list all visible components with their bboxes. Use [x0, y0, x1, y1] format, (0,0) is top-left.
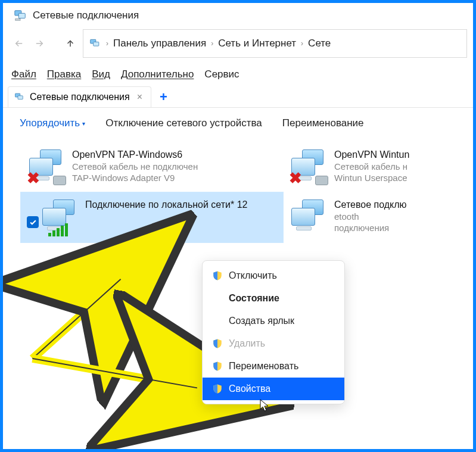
nav-forward-button[interactable]	[32, 36, 47, 51]
network-disconnected-icon: ✖	[289, 148, 327, 186]
network-connected-icon	[40, 198, 78, 236]
disable-device-button[interactable]: Отключение сетевого устройства	[105, 117, 262, 129]
toolbar: Упорядочить ▾ Отключение сетевого устрой…	[3, 108, 473, 139]
tab-icon	[14, 92, 25, 102]
connection-item[interactable]: Сетевое подклю etooth подключения	[283, 192, 438, 242]
svg-rect-6	[18, 96, 23, 99]
tab-label: Сетевые подключения	[30, 92, 130, 102]
menu-service[interactable]: Сервис	[204, 68, 239, 80]
ctx-delete[interactable]: Удалить	[203, 332, 344, 355]
connection-adapter: подключения	[334, 223, 407, 233]
ctx-label: Удалить	[229, 338, 265, 349]
menu-view[interactable]: Вид	[92, 68, 110, 80]
titlebar: Сетевые подключения	[3, 3, 473, 26]
context-menu: Отключить Состояние Создать ярлык Удалит…	[202, 260, 345, 404]
address-icon	[89, 38, 101, 49]
connection-status: etooth	[334, 211, 407, 222]
menubar: Файл Правка Вид Дополнительно Сервис	[3, 58, 473, 86]
ctx-label: Переименовать	[229, 361, 298, 372]
window-title: Сетевые подключения	[33, 10, 139, 21]
app-icon	[14, 9, 27, 22]
ctx-properties[interactable]: Свойства	[203, 378, 344, 400]
connection-status: Сетевой кабель н	[334, 161, 409, 172]
breadcrumb-seg-2[interactable]: Сете	[308, 38, 331, 49]
shield-icon	[212, 361, 223, 372]
connection-item-selected[interactable]: Подключение по локальной сети* 12	[21, 192, 283, 242]
connection-item[interactable]: ✖ OpenVPN Wintun Сетевой кабель н Wintun…	[283, 142, 438, 192]
connections-grid: ✖ OpenVPN TAP-Windows6 Сетевой кабель не…	[3, 139, 473, 242]
connection-status: Сетевой кабель не подключен	[72, 161, 198, 172]
menu-edit[interactable]: Правка	[47, 68, 81, 80]
tabstrip: Сетевые подключения × +	[3, 86, 473, 108]
nav-row: › Панель управления › Сеть и Интернет › …	[3, 26, 473, 58]
rename-button[interactable]: Переименование	[282, 117, 364, 129]
ctx-label: Создать ярлык	[229, 316, 294, 326]
ctx-label: Свойства	[229, 384, 270, 394]
svg-rect-1	[18, 13, 25, 18]
nav-back-button[interactable]	[11, 36, 27, 51]
breadcrumb-seg-0[interactable]: Панель управления	[113, 38, 206, 49]
connection-name: Сетевое подклю	[334, 199, 407, 210]
network-disconnected-icon: ✖	[27, 148, 65, 186]
connection-adapter: Wintun Userspace	[334, 173, 409, 183]
tab-network-connections[interactable]: Сетевые подключения ×	[8, 86, 151, 107]
ctx-label: Отключить	[229, 270, 277, 281]
ctx-label: Состояние	[229, 293, 279, 304]
shield-icon	[212, 338, 223, 349]
connection-name: OpenVPN Wintun	[334, 149, 409, 160]
chevron-right-icon: ›	[106, 39, 108, 48]
svg-rect-4	[94, 42, 99, 46]
cursor-icon	[259, 398, 271, 415]
svg-rect-2	[15, 19, 20, 21]
organize-button[interactable]: Упорядочить ▾	[20, 117, 85, 129]
dropdown-caret-icon: ▾	[82, 120, 85, 127]
connection-name: Подключение по локальной сети* 12	[85, 199, 247, 210]
chevron-right-icon: ›	[301, 39, 303, 48]
breadcrumb-seg-1[interactable]: Сеть и Интернет	[218, 38, 296, 49]
shield-icon	[212, 384, 223, 394]
ctx-disable[interactable]: Отключить	[203, 264, 344, 287]
tab-close-button[interactable]: ×	[135, 92, 145, 102]
ctx-status[interactable]: Состояние	[203, 287, 344, 310]
connection-item[interactable]: ✖ OpenVPN TAP-Windows6 Сетевой кабель не…	[21, 142, 283, 192]
ctx-rename[interactable]: Переименовать	[203, 355, 344, 378]
menu-file[interactable]: Файл	[11, 68, 36, 80]
selection-check-icon	[27, 216, 39, 228]
address-bar[interactable]: › Панель управления › Сеть и Интернет › …	[83, 29, 467, 58]
nav-up-button[interactable]	[63, 36, 78, 51]
menu-extra[interactable]: Дополнительно	[121, 68, 194, 80]
chevron-right-icon: ›	[211, 39, 213, 48]
shield-icon	[212, 270, 223, 281]
new-tab-button[interactable]: +	[154, 89, 173, 105]
connection-adapter: TAP-Windows Adapter V9	[72, 173, 198, 183]
connection-name: OpenVPN TAP-Windows6	[72, 149, 198, 160]
network-icon	[289, 198, 327, 236]
ctx-create-shortcut[interactable]: Создать ярлык	[203, 310, 344, 332]
